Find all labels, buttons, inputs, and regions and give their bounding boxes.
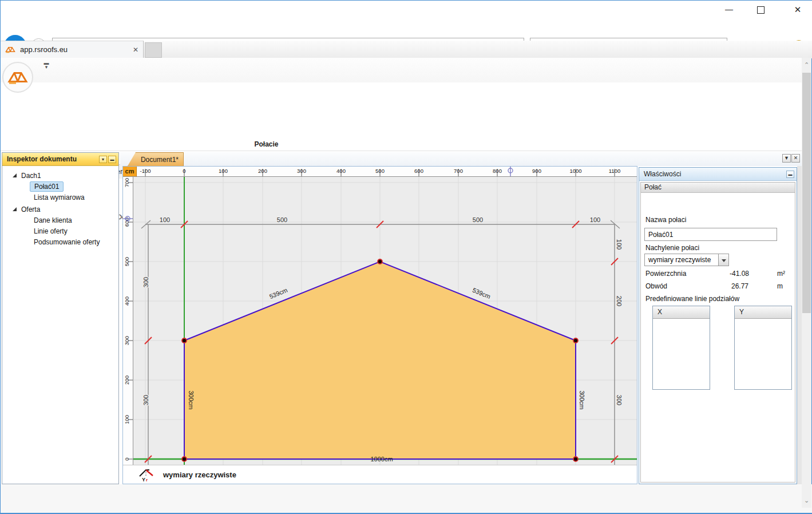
- svg-text:100: 100: [124, 415, 130, 424]
- svg-text:300: 300: [616, 395, 623, 405]
- close-button[interactable]: ✕: [789, 5, 806, 14]
- svg-text:300: 300: [142, 277, 149, 287]
- svg-text:100: 100: [219, 168, 228, 174]
- slope-angle-label: Nachylenie połaci: [645, 244, 699, 252]
- svg-text:500: 500: [375, 168, 385, 174]
- svg-text:300cm: 300cm: [579, 390, 585, 409]
- slope-name-input[interactable]: [644, 228, 777, 241]
- svg-text:0: 0: [183, 168, 185, 174]
- drawing-canvas-container: cm -1000 100200 300400 500600 700800 900…: [122, 166, 637, 484]
- svg-text:300: 300: [142, 395, 149, 405]
- area-label: Powierzchnia: [645, 270, 686, 278]
- tree-item-oferta[interactable]: Oferta: [2, 204, 118, 215]
- properties-panel: Właściwości ▬ Połać Nazwa połaci Nachyle…: [639, 167, 797, 484]
- canvas-footer: Y r wymiary rzeczywiste: [123, 465, 637, 484]
- tab-title: app.rsroofs.eu: [20, 45, 128, 54]
- tab-close-icon[interactable]: ✕: [133, 46, 138, 54]
- tab-favicon: [5, 46, 15, 53]
- inspector-panel: Inspektor dokumentu ▼ ▬ Dach1 Połać01 Li…: [2, 152, 119, 484]
- tree-item-lista-wymiarowa[interactable]: Lista wymiarowa: [2, 192, 118, 203]
- properties-collapse-button[interactable]: ▬: [786, 171, 794, 178]
- ribbon-collapse-icon[interactable]: ▬▾: [41, 61, 52, 69]
- scroll-down-icon[interactable]: ⌄: [802, 496, 811, 505]
- new-tab-button[interactable]: [145, 42, 162, 58]
- svg-text:100: 100: [160, 216, 170, 223]
- svg-text:1100: 1100: [609, 168, 620, 174]
- svg-text:500: 500: [277, 216, 287, 223]
- svg-text:900: 900: [532, 168, 541, 174]
- svg-text:200: 200: [258, 168, 267, 174]
- document-close-button[interactable]: ✕: [791, 154, 800, 163]
- svg-text:1000: 1000: [569, 168, 581, 174]
- page-scrollbar[interactable]: ⌃ ⌄: [802, 58, 811, 508]
- tree-expander-icon[interactable]: [13, 173, 17, 177]
- svg-text:200: 200: [616, 296, 623, 306]
- panel-gap: [797, 166, 802, 484]
- ribbon-tab-bar: Plik Projekt Materiały: [1, 82, 802, 97]
- properties-title: Właściwości: [644, 170, 785, 178]
- svg-text:Y: Y: [142, 477, 145, 482]
- svg-text:400: 400: [336, 168, 346, 174]
- scroll-up-icon[interactable]: ⌃: [802, 60, 811, 70]
- slope-mode-select-caret[interactable]: [719, 254, 729, 266]
- tree-item-polac01[interactable]: Połać01: [2, 181, 118, 192]
- slope-mode-select[interactable]: wymiary rzeczywiste: [644, 254, 719, 266]
- properties-header[interactable]: Właściwości ▬: [639, 168, 797, 181]
- tree-item-podsumowanie-oferty[interactable]: Podsumowanie oferty: [2, 236, 118, 247]
- svg-text:700: 700: [124, 178, 130, 187]
- app-logo[interactable]: [2, 62, 33, 93]
- app-header-strip: [1, 58, 802, 82]
- inspector-tree: Dach1 Połać01 Lista wymiarowa Oferta Dan…: [2, 170, 118, 247]
- divisions-x-header: X: [653, 306, 710, 319]
- svg-text:500: 500: [473, 216, 483, 223]
- horizontal-ruler: -1000 100200 300400 500600 700800 900100…: [137, 167, 637, 177]
- status-bar: Wersja PEŁNA [ver. 5.0 53] rsdachy5@zaso…: [1, 484, 812, 513]
- properties-section-bar: Połać: [641, 183, 795, 193]
- svg-text:100: 100: [616, 239, 623, 250]
- browser-tab[interactable]: app.rsroofs.eu ✕: [1, 41, 144, 58]
- divisions-x-list[interactable]: X: [652, 306, 710, 390]
- scrollbar-thumb[interactable]: [802, 73, 811, 313]
- svg-text:0: 0: [124, 457, 130, 460]
- tree-item-dach1[interactable]: Dach1: [2, 170, 118, 181]
- browser-window: — ✕ ▾: [0, 0, 812, 514]
- svg-text:400: 400: [124, 296, 130, 306]
- ribbon: Wybierz Narysuj kształt R: [1, 97, 802, 139]
- svg-text:300cm: 300cm: [188, 390, 195, 409]
- svg-text:1000cm: 1000cm: [370, 456, 393, 462]
- tree-item-linie-oferty[interactable]: Linie oferty: [2, 226, 118, 236]
- navigation-bar: ▾ ▾ ☆ ⚙: [1, 18, 812, 41]
- area-value: -41.08: [730, 270, 749, 278]
- svg-text:300: 300: [297, 168, 306, 174]
- mode-label: wymiary rzeczywiste: [163, 470, 236, 479]
- svg-text:100: 100: [590, 216, 600, 223]
- ribbon-group-label: Połacie: [3, 140, 530, 148]
- document-list-dropdown-button[interactable]: ▼: [782, 154, 791, 163]
- drawing-area[interactable]: 100 500 500 100 300 300 100 200 300 539c…: [133, 177, 637, 465]
- title-bar: — ✕: [1, 1, 812, 18]
- inspector-dropdown-button[interactable]: ▼: [99, 156, 107, 163]
- svg-text:600: 600: [414, 168, 423, 174]
- maximize-button[interactable]: [757, 6, 765, 14]
- inspector-collapse-button[interactable]: ▬: [108, 156, 116, 163]
- document-tab[interactable]: Document1*: [128, 152, 184, 166]
- tree-expander-icon[interactable]: [13, 207, 17, 211]
- svg-text:r: r: [146, 477, 148, 482]
- svg-text:700: 700: [454, 168, 463, 174]
- svg-text:800: 800: [493, 168, 502, 174]
- svg-text:300: 300: [124, 336, 130, 345]
- inspector-title: Inspektor dokumentu: [7, 155, 98, 163]
- tree-item-dane-klienta[interactable]: Dane klienta: [2, 215, 118, 226]
- divisions-y-list[interactable]: Y: [734, 306, 792, 390]
- hruler-cursor-marker: [508, 167, 513, 176]
- inspector-header[interactable]: Inspektor dokumentu ▼ ▬: [2, 153, 118, 166]
- svg-text:200: 200: [124, 375, 130, 385]
- predefined-divisions-label: Predefiniowane linie podziałów: [645, 295, 739, 303]
- properties-body: Połać Nazwa połaci Nachylenie połaci wym…: [640, 182, 795, 483]
- minimize-button[interactable]: —: [720, 5, 738, 14]
- perimeter-unit: m: [777, 282, 783, 290]
- unit-button[interactable]: cm: [123, 167, 137, 177]
- area-unit: m²: [777, 270, 785, 278]
- vertical-ruler: 700 600 500 400 300 200 100 0: [123, 177, 133, 465]
- svg-text:500: 500: [124, 257, 130, 266]
